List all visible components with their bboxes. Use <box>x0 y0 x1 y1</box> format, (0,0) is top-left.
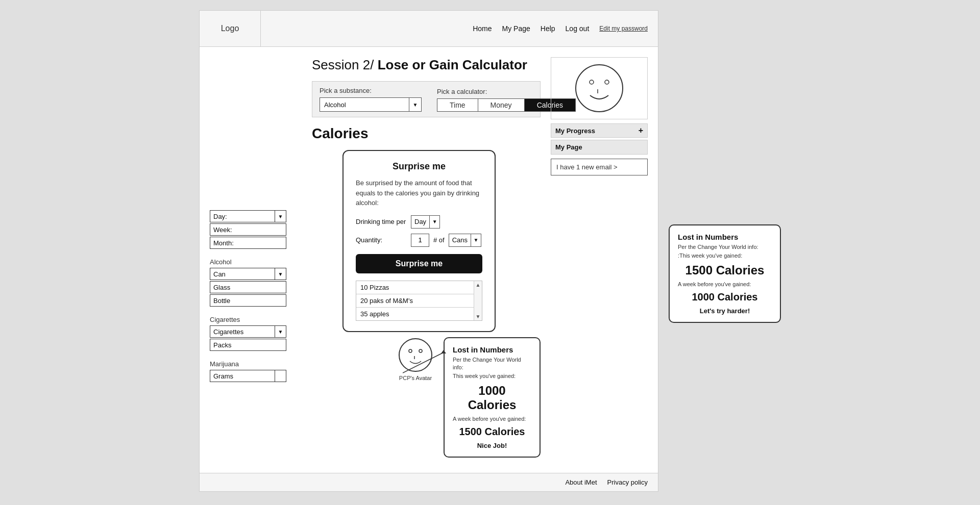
section-heading: Calories <box>312 125 541 142</box>
avatar-box <box>551 57 648 119</box>
header: Logo Home My Page Help Log out Edit my p… <box>200 11 658 47</box>
footer-privacy[interactable]: Privacy policy <box>607 478 648 486</box>
svg-point-0 <box>399 339 432 371</box>
alcohol-glass-item: Glass <box>210 281 286 293</box>
day-dropdown[interactable]: Day: ▼ <box>210 210 286 222</box>
substance-picker-group: Pick a substance: Alcohol ▼ <box>320 87 422 112</box>
svg-point-8 <box>605 80 609 84</box>
calculator-picker: Pick a substance: Alcohol ▼ Pick a calcu… <box>312 81 541 117</box>
results-list: 10 Pizzas 20 paks of M&M's 35 apples ▲ ▼ <box>356 281 482 321</box>
surprise-me-button[interactable]: Surprise me <box>356 254 482 273</box>
nav-help[interactable]: Help <box>541 24 555 33</box>
lost-numbers-sub2: This week you've gained: <box>453 372 531 380</box>
alcohol-group: Alcohol Can ▼ Glass Bottle <box>210 258 302 307</box>
quantity-unit-label: # of <box>433 236 445 244</box>
my-page-link[interactable]: My Page <box>551 140 648 155</box>
week-item: Week: <box>210 223 286 236</box>
content-area: Day: ▼ Week: Month: Alcohol Can ▼ Glass … <box>200 47 658 473</box>
cigarettes-packs-item: Packs <box>210 339 286 351</box>
time-group: Day: ▼ Week: Month: <box>210 210 302 249</box>
drinking-time-row: Drinking time per Day ▼ <box>356 215 482 229</box>
pcp-avatar-svg <box>398 337 433 373</box>
quantity-unit-dropdown[interactable]: Cans ▼ <box>449 234 481 247</box>
cigarettes-dropdown-arrow[interactable]: ▼ <box>275 326 286 337</box>
results-list-inner: 10 Pizzas 20 paks of M&M's 35 apples <box>356 281 482 320</box>
progress-plus-button[interactable]: + <box>639 126 643 135</box>
floating-card-sub1: Per the Change Your World info: <box>678 243 772 251</box>
left-sidebar: Day: ▼ Week: Month: Alcohol Can ▼ Glass … <box>210 57 302 463</box>
my-progress-header: My Progress + <box>551 123 648 138</box>
alcohol-dropdown[interactable]: Can ▼ <box>210 268 286 280</box>
lost-numbers-calorie-week: 1000 Calories <box>453 384 531 412</box>
marijuana-group: Marijuana Grams <box>210 360 302 382</box>
cigarettes-dropdown[interactable]: Cigarettes ▼ <box>210 325 286 338</box>
right-sidebar: My Progress + My Page I have 1 new email… <box>551 57 648 463</box>
lost-numbers-sub1: Per the Change Your World info: <box>453 356 531 372</box>
quantity-row: Quantity: # of Cans ▼ <box>356 234 482 247</box>
alcohol-bottle-item: Bottle <box>210 294 286 307</box>
main-content: Session 2/ Lose or Gain Calculator Pick … <box>312 57 541 463</box>
nav-my-page[interactable]: My Page <box>502 24 530 33</box>
marijuana-dropdown-arrow[interactable] <box>275 370 286 382</box>
svg-point-1 <box>409 349 412 352</box>
logo: Logo <box>200 11 261 46</box>
surprise-card-desc: Be surprised by the amount of food that … <box>356 178 482 208</box>
alcohol-dropdown-arrow[interactable]: ▼ <box>275 268 286 280</box>
floating-card-title: Lost in Numbers <box>678 233 772 241</box>
pcp-label: PCP's Avatar <box>399 375 432 381</box>
quantity-label: Quantity: <box>356 236 407 244</box>
nav-edit-password[interactable]: Edit my password <box>599 25 648 32</box>
drinking-time-label: Drinking time per <box>356 218 407 225</box>
footer-about[interactable]: About iMet <box>565 478 597 486</box>
result-item-2: 20 paks of M&M's <box>356 294 482 308</box>
lost-numbers-calorie-last-week: 1500 Calories <box>453 426 531 438</box>
result-item-1: 10 Pizzas <box>356 281 482 294</box>
alcohol-label: Alcohol <box>210 258 302 266</box>
drinking-time-dropdown-arrow[interactable]: ▼ <box>429 216 439 228</box>
surprise-card: Surprise me Be surprised by the amount o… <box>342 150 496 332</box>
results-scrollbar[interactable]: ▲ ▼ <box>474 281 482 320</box>
lost-numbers-footer: Nice Job! <box>453 442 531 449</box>
marijuana-label: Marijuana <box>210 360 302 368</box>
floating-lost-card: Lost in Numbers Per the Change Your Worl… <box>669 224 781 323</box>
lost-numbers-card: Lost in Numbers Per the Change Your Worl… <box>444 337 541 458</box>
month-item: Month: <box>210 237 286 249</box>
result-item-3: 35 apples <box>356 308 482 320</box>
drinking-time-dropdown[interactable]: Day ▼ <box>411 215 440 229</box>
my-progress-label: My Progress <box>555 127 595 135</box>
floating-card-calorie-week: 1500 Calories <box>678 263 772 277</box>
svg-point-7 <box>590 80 594 84</box>
marijuana-dropdown[interactable]: Grams <box>210 370 286 382</box>
substance-select-arrow[interactable]: ▼ <box>409 98 421 111</box>
quantity-input[interactable] <box>411 234 429 247</box>
tab-money[interactable]: Money <box>478 99 525 111</box>
floating-card-footer: Let's try harder! <box>678 307 772 315</box>
nav-home[interactable]: Home <box>473 24 492 33</box>
nav-logout[interactable]: Log out <box>566 24 590 33</box>
surprise-card-title: Surprise me <box>356 161 482 172</box>
email-box[interactable]: I have 1 new email > <box>551 159 648 175</box>
day-dropdown-arrow[interactable]: ▼ <box>275 211 286 222</box>
cigarettes-group: Cigarettes Cigarettes ▼ Packs <box>210 316 302 351</box>
floating-card-sub3: A week before you've gained: <box>678 281 772 288</box>
nav-links: Home My Page Help Log out Edit my passwo… <box>261 24 658 33</box>
lost-numbers-title: Lost in Numbers <box>453 345 531 354</box>
substance-select[interactable]: Alcohol ▼ <box>320 97 422 112</box>
floating-card-sub2: :This week you've gained: <box>678 252 772 260</box>
svg-point-6 <box>576 65 623 112</box>
cigarettes-label: Cigarettes <box>210 316 302 323</box>
floating-card-calorie-last-week: 1000 Calories <box>678 291 772 303</box>
avatar-svg <box>574 63 625 114</box>
scroll-down-icon[interactable]: ▼ <box>476 314 481 319</box>
lost-numbers-sub3: A week before you've gained: <box>453 415 531 423</box>
pcp-avatar-area: PCP's Avatar <box>398 337 433 381</box>
page-title: Session 2/ Lose or Gain Calculator <box>312 57 541 73</box>
scroll-up-icon[interactable]: ▲ <box>476 282 481 288</box>
footer: About iMet Privacy policy <box>200 473 658 491</box>
tab-time[interactable]: Time <box>437 99 478 111</box>
substance-label: Pick a substance: <box>320 87 422 94</box>
quantity-unit-dropdown-arrow[interactable]: ▼ <box>471 234 481 246</box>
svg-point-2 <box>419 349 422 352</box>
